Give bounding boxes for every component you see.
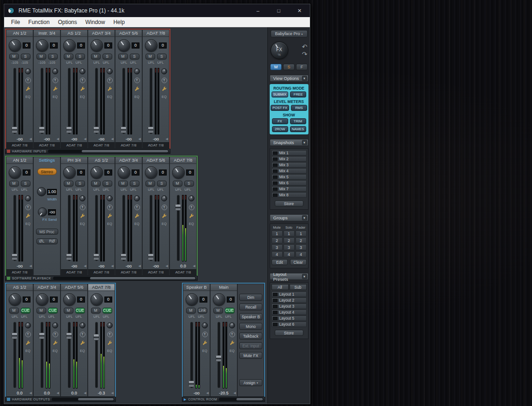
fader[interactable] [66, 321, 72, 388]
menu-item[interactable]: Function [24, 18, 54, 26]
solo-group-cell[interactable]: 1 [284, 230, 295, 236]
assign-button[interactable]: Assign ▾ [239, 379, 262, 386]
show-button[interactable]: NAMES [290, 126, 306, 132]
trim-button[interactable]: T [202, 332, 208, 337]
snapshot-item[interactable]: Mix 8 [272, 192, 307, 198]
channel-strip[interactable]: ADAT 3/4 0 M S UFL UFL [115, 157, 142, 276]
fader[interactable] [216, 321, 222, 388]
mute-button[interactable]: M [91, 308, 101, 314]
trim-button[interactable]: T [107, 78, 113, 83]
collapse-arrow-icon[interactable]: ◀ [111, 137, 114, 141]
group-master-button[interactable]: F [296, 64, 308, 70]
collapse-arrow-icon[interactable]: ◀ [166, 264, 168, 268]
group-master-button[interactable]: S [283, 64, 295, 70]
groups-header[interactable]: Groups ▼ [270, 214, 308, 221]
channel-name[interactable]: Speaker B [183, 284, 210, 291]
wrench-icon[interactable] [107, 86, 112, 91]
horizontal-scrollbar[interactable] [52, 398, 114, 401]
gain-knob[interactable] [172, 166, 185, 179]
trim-button[interactable]: T [230, 332, 235, 337]
mute-button[interactable]: M [145, 54, 155, 60]
groups-edit-button[interactable]: Edit [272, 259, 288, 265]
fader-handle[interactable] [93, 334, 99, 340]
mute-button[interactable]: M [118, 181, 128, 187]
fader-handle[interactable] [12, 127, 18, 133]
channel-name[interactable]: AS 1/2 [61, 30, 87, 37]
solo-button[interactable]: S [157, 54, 167, 60]
gain-knob[interactable] [145, 39, 157, 52]
channel-name[interactable]: ADAT 3/4 [34, 284, 60, 291]
mute-button[interactable]: M [213, 308, 223, 314]
level-meters-button[interactable]: RMS [291, 105, 307, 111]
fader[interactable] [175, 194, 181, 261]
fx-knob[interactable]: FX % [271, 42, 288, 59]
pan-knob[interactable] [25, 68, 31, 74]
collapse-arrow-icon[interactable]: ◀ [193, 264, 195, 268]
trim-button[interactable]: T [107, 332, 113, 337]
gain-knob[interactable] [63, 166, 76, 179]
pan-knob[interactable] [229, 322, 235, 328]
gain-knob[interactable] [91, 39, 103, 52]
fader-handle[interactable] [148, 254, 154, 260]
scrollbar-thumb[interactable] [82, 150, 168, 152]
collapse-arrow-icon[interactable]: ◀ [206, 391, 209, 395]
wrench-icon[interactable] [107, 213, 112, 218]
layout-preset-item[interactable]: Layout 3 [272, 303, 307, 309]
level-meters-button[interactable]: POST FX [271, 105, 289, 111]
stereo-button[interactable]: Stereo [37, 168, 57, 175]
menu-item[interactable]: File [7, 18, 24, 26]
channel-assign[interactable]: ADAT 7/8 [88, 142, 115, 148]
control-room-button[interactable]: Talkback [239, 333, 262, 339]
wrench-icon[interactable] [80, 86, 85, 91]
fader-handle[interactable] [93, 254, 99, 260]
control-room-button[interactable]: Ext. Input [239, 342, 262, 349]
fader-group-cell[interactable]: 2 [296, 237, 307, 243]
wrench-icon[interactable] [134, 86, 139, 91]
collapse-arrow-icon[interactable]: ◀ [84, 264, 86, 268]
pan-knob[interactable] [79, 322, 85, 328]
channel-strip[interactable]: ADAT 5/6 0 M CUE UFL UFL [60, 284, 88, 397]
channel-strip[interactable]: Speaker B 0 M Link UFL UFL [183, 284, 210, 397]
pan-knob[interactable] [79, 68, 85, 74]
trim-button[interactable]: T [80, 332, 85, 337]
solo-button[interactable]: S [130, 181, 139, 187]
channel-assign[interactable]: ADAT 7/8 [170, 269, 196, 275]
mute-button[interactable]: M [36, 308, 46, 314]
control-room-button[interactable]: Mono [239, 323, 262, 330]
gain-knob[interactable] [91, 293, 103, 306]
mute-group-cell[interactable]: 1 [272, 230, 283, 236]
channel-assign[interactable]: ADAT 7/8 [61, 142, 87, 148]
chevron-down-icon[interactable]: ▼ [302, 215, 307, 220]
fader-handle[interactable] [216, 355, 222, 362]
layout-presets-header[interactable]: Layout Presets ▼ [270, 273, 308, 280]
gain-knob[interactable] [186, 293, 198, 306]
mute-button[interactable]: M [118, 54, 128, 60]
collapse-arrow-icon[interactable]: ◀ [111, 264, 114, 268]
wrench-icon[interactable] [134, 213, 139, 218]
fader-handle[interactable] [148, 127, 154, 133]
collapse-arrow-icon[interactable]: ◀ [84, 391, 86, 395]
gain-knob[interactable] [36, 293, 48, 306]
group-master-button[interactable]: M [270, 64, 282, 70]
trim-button[interactable]: T [107, 205, 113, 210]
mute-button[interactable]: M [173, 181, 182, 187]
mute-button[interactable]: M [91, 54, 101, 60]
pan-knob[interactable] [202, 322, 208, 328]
wrench-icon[interactable] [25, 213, 30, 218]
fader-handle[interactable] [12, 333, 18, 339]
trim-button[interactable]: T [25, 205, 31, 210]
fader[interactable] [66, 194, 72, 261]
gain-knob[interactable] [36, 39, 48, 52]
pan-knob[interactable] [52, 68, 58, 74]
phase-right-button[interactable]: RØ [47, 239, 57, 244]
collapse-arrow-icon[interactable]: ◀ [234, 391, 236, 395]
trim-button[interactable]: T [189, 205, 194, 210]
layout-preset-item[interactable]: Layout 2 [272, 297, 307, 303]
wrench-icon[interactable] [202, 340, 207, 345]
gain-knob[interactable] [63, 293, 76, 306]
solo-button[interactable]: S [103, 54, 112, 60]
channel-name[interactable]: AS 1/2 [6, 284, 33, 291]
channel-name[interactable]: ADAT 7/8 [88, 284, 115, 291]
fader-handle[interactable] [12, 254, 18, 260]
channel-strip[interactable]: PH 3/4 0 M S UFL UFL [60, 157, 88, 276]
